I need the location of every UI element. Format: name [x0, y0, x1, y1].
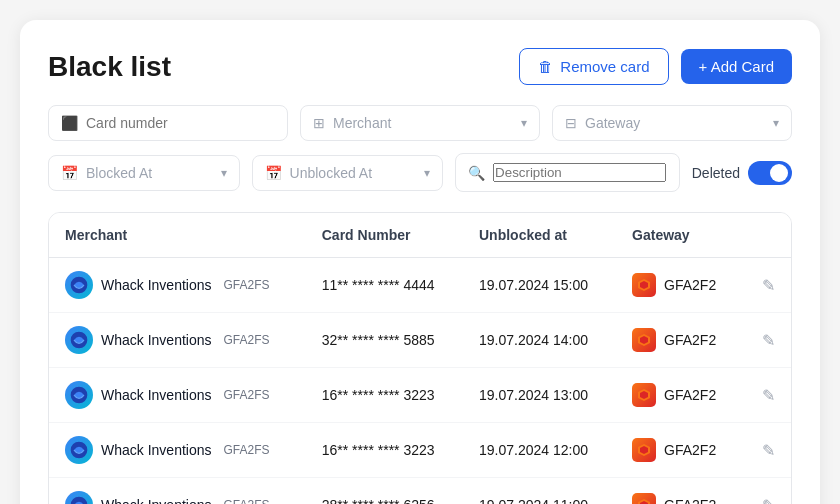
table-header-row: Merchant Card Number Unblocked at Gatewa… [49, 213, 791, 258]
table-row: Whack Inventions GFA2FS 11** **** **** 4… [49, 258, 791, 313]
blocked-dropdown-arrow: ▾ [221, 166, 227, 180]
table-row: Whack Inventions GFA2FS 28** **** **** 6… [49, 478, 791, 505]
description-input[interactable] [493, 163, 666, 182]
merchant-name-0: Whack Inventions [101, 277, 212, 293]
calendar-icon-unblocked: 📅 [265, 165, 282, 181]
page-title: Black list [48, 51, 171, 83]
merchant-icon: ⊞ [313, 115, 325, 131]
action-cell-1: ✎ [742, 313, 791, 368]
col-merchant: Merchant [49, 213, 306, 258]
table-row: Whack Inventions GFA2FS 16** **** **** 3… [49, 368, 791, 423]
card-icon: ⬛ [61, 115, 78, 131]
col-gateway: Gateway [616, 213, 742, 258]
merchant-dropdown-arrow: ▾ [521, 116, 527, 130]
search-icon: 🔍 [468, 165, 485, 181]
calendar-icon-blocked: 📅 [61, 165, 78, 181]
deleted-toggle-switch[interactable] [748, 161, 792, 185]
table-row: Whack Inventions GFA2FS 32** **** **** 5… [49, 313, 791, 368]
gateway-cell-4: GFA2F2 [616, 478, 742, 505]
gateway-name-3: GFA2F2 [664, 442, 716, 458]
edit-icon-4[interactable]: ✎ [762, 497, 775, 505]
merchant-code-3: GFA2FS [224, 443, 270, 457]
merchant-cell-0: Whack Inventions GFA2FS [49, 258, 306, 313]
gateway-logo-2 [632, 383, 656, 407]
card-number-cell-3: 16** **** **** 3223 [306, 423, 463, 478]
card-number-filter[interactable]: ⬛ [48, 105, 288, 141]
merchant-logo-0 [65, 271, 93, 299]
gateway-logo-4 [632, 493, 656, 504]
gateway-name-0: GFA2F2 [664, 277, 716, 293]
merchant-name-4: Whack Inventions [101, 497, 212, 504]
table-row: Whack Inventions GFA2FS 16** **** **** 3… [49, 423, 791, 478]
card-number-cell-2: 16** **** **** 3223 [306, 368, 463, 423]
edit-icon-0[interactable]: ✎ [762, 277, 775, 294]
gateway-dropdown-arrow: ▾ [773, 116, 779, 130]
unblocked-at-cell-3: 19.07.2024 12:00 [463, 423, 616, 478]
merchant-logo-3 [65, 436, 93, 464]
page-container: Black list 🗑 Remove card + Add Card ⬛ ⊞ … [20, 20, 820, 504]
unblocked-at-cell-2: 19.07.2024 13:00 [463, 368, 616, 423]
merchant-code-2: GFA2FS [224, 388, 270, 402]
gateway-logo-1 [632, 328, 656, 352]
unblocked-at-filter[interactable]: 📅 Unblocked At ▾ [252, 155, 444, 191]
add-card-button[interactable]: + Add Card [681, 49, 792, 84]
remove-card-button[interactable]: 🗑 Remove card [519, 48, 668, 85]
action-cell-4: ✎ [742, 478, 791, 505]
card-number-cell-1: 32** **** **** 5885 [306, 313, 463, 368]
description-filter[interactable]: 🔍 [455, 153, 680, 192]
merchant-cell-2: Whack Inventions GFA2FS [49, 368, 306, 423]
unblocked-at-cell-4: 19.07.2024 11:00 [463, 478, 616, 505]
action-cell-0: ✎ [742, 258, 791, 313]
unblocked-dropdown-arrow: ▾ [424, 166, 430, 180]
filters-row-1: ⬛ ⊞ Merchant ▾ ⊟ Gateway ▾ [48, 105, 792, 141]
gateway-filter[interactable]: ⊟ Gateway ▾ [552, 105, 792, 141]
gateway-name-1: GFA2F2 [664, 332, 716, 348]
data-table-container: Merchant Card Number Unblocked at Gatewa… [48, 212, 792, 504]
merchant-name-1: Whack Inventions [101, 332, 212, 348]
card-number-cell-4: 28** **** **** 6256 [306, 478, 463, 505]
merchant-logo-1 [65, 326, 93, 354]
gateway-logo-3 [632, 438, 656, 462]
merchant-name-3: Whack Inventions [101, 442, 212, 458]
gateway-cell-1: GFA2F2 [616, 313, 742, 368]
card-number-cell-0: 11** **** **** 4444 [306, 258, 463, 313]
merchant-cell-4: Whack Inventions GFA2FS [49, 478, 306, 505]
gateway-name-4: GFA2F2 [664, 497, 716, 504]
gateway-icon: ⊟ [565, 115, 577, 131]
gateway-cell-2: GFA2F2 [616, 368, 742, 423]
merchant-logo-4 [65, 491, 93, 504]
merchant-code-0: GFA2FS [224, 278, 270, 292]
gateway-name-2: GFA2F2 [664, 387, 716, 403]
filters-row-2: 📅 Blocked At ▾ 📅 Unblocked At ▾ 🔍 Delete… [48, 153, 792, 192]
merchant-name-2: Whack Inventions [101, 387, 212, 403]
edit-icon-3[interactable]: ✎ [762, 442, 775, 459]
col-actions [742, 213, 791, 258]
header-actions: 🗑 Remove card + Add Card [519, 48, 792, 85]
merchant-cell-3: Whack Inventions GFA2FS [49, 423, 306, 478]
gateway-logo-0 [632, 273, 656, 297]
page-header: Black list 🗑 Remove card + Add Card [48, 48, 792, 85]
action-cell-2: ✎ [742, 368, 791, 423]
col-unblocked-at: Unblocked at [463, 213, 616, 258]
merchant-logo-2 [65, 381, 93, 409]
gateway-cell-0: GFA2F2 [616, 258, 742, 313]
blocked-at-filter[interactable]: 📅 Blocked At ▾ [48, 155, 240, 191]
action-cell-3: ✎ [742, 423, 791, 478]
merchant-cell-1: Whack Inventions GFA2FS [49, 313, 306, 368]
merchant-filter[interactable]: ⊞ Merchant ▾ [300, 105, 540, 141]
trash-icon: 🗑 [538, 58, 553, 75]
merchant-code-1: GFA2FS [224, 333, 270, 347]
merchant-code-4: GFA2FS [224, 498, 270, 504]
card-number-input[interactable] [86, 115, 275, 131]
deleted-toggle-container: Deleted [692, 161, 792, 185]
col-card-number: Card Number [306, 213, 463, 258]
edit-icon-1[interactable]: ✎ [762, 332, 775, 349]
unblocked-at-cell-0: 19.07.2024 15:00 [463, 258, 616, 313]
edit-icon-2[interactable]: ✎ [762, 387, 775, 404]
gateway-cell-3: GFA2F2 [616, 423, 742, 478]
unblocked-at-cell-1: 19.07.2024 14:00 [463, 313, 616, 368]
data-table: Merchant Card Number Unblocked at Gatewa… [49, 213, 791, 504]
